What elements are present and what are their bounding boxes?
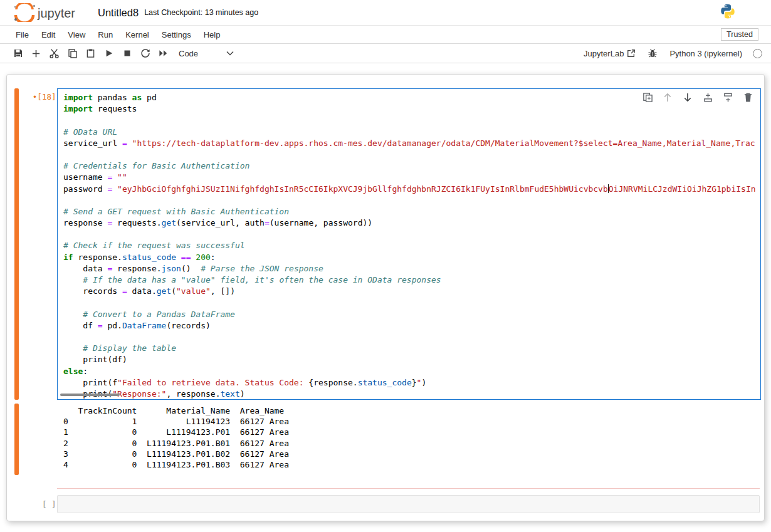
debugger-button[interactable] xyxy=(646,44,659,62)
notebook-area: •[18]: import pandas as pdimport request… xyxy=(0,63,771,532)
external-link-icon xyxy=(627,49,636,58)
output-text: TrackInCount Material_Name Area_Name 0 1… xyxy=(63,405,289,470)
menu-run[interactable]: Run xyxy=(92,28,119,42)
menu-file[interactable]: File xyxy=(9,28,35,42)
duplicate-cell-button[interactable] xyxy=(642,91,653,103)
move-up-button[interactable] xyxy=(662,91,673,103)
checkpoint-text: Last Checkpoint: 13 minutes ago xyxy=(144,8,258,17)
menu-kernel[interactable]: Kernel xyxy=(119,28,155,42)
empty-cell-prompt: [ ]: xyxy=(22,499,61,509)
menu-help[interactable]: Help xyxy=(197,28,227,42)
code-cell-editor[interactable]: import pandas as pdimport requests # ODa… xyxy=(57,88,761,400)
interrupt-button[interactable] xyxy=(118,44,136,62)
move-down-icon xyxy=(683,92,693,103)
cell-toolbar xyxy=(642,91,753,103)
execution-prompt: •[18]: xyxy=(22,92,61,102)
kernel-status-icon xyxy=(753,49,762,58)
menu-bar: File Edit View Run Kernel Settings Help … xyxy=(0,26,771,44)
run-icon xyxy=(105,49,113,58)
kernel-name[interactable]: Python 3 (ipykernel) xyxy=(669,49,742,58)
notebook-panel: •[18]: import pandas as pdimport request… xyxy=(6,74,765,521)
restart-icon xyxy=(140,48,150,58)
output-collapser[interactable] xyxy=(14,404,19,475)
menu-edit[interactable]: Edit xyxy=(35,28,61,42)
delete-icon xyxy=(743,92,753,103)
menu-settings[interactable]: Settings xyxy=(155,28,197,42)
header: jupyter Untitled8 Last Checkpoint: 13 mi… xyxy=(0,0,771,26)
insert-cell-below-button[interactable] xyxy=(722,91,733,103)
toolbar: Code JupyterLab Python 3 (ipykernel) xyxy=(0,44,771,63)
copy-button[interactable] xyxy=(63,44,81,62)
restart-run-all-button[interactable] xyxy=(154,44,172,62)
add-cell-icon xyxy=(31,49,41,58)
restart-button[interactable] xyxy=(136,44,154,62)
restart-run-all-icon xyxy=(158,49,169,58)
bug-icon xyxy=(648,48,658,58)
cut-icon xyxy=(49,48,60,59)
empty-cell-editor[interactable] xyxy=(57,495,760,513)
code-lines: import pandas as pdimport requests # ODa… xyxy=(58,89,760,400)
editor-hscrollbar[interactable] xyxy=(60,394,120,396)
insert-cell-above-button[interactable] xyxy=(702,91,713,103)
paste-button[interactable] xyxy=(81,44,100,62)
duplicate-cell-icon xyxy=(642,92,653,103)
cell-type-value: Code xyxy=(179,49,198,58)
add-cell-button[interactable] xyxy=(27,44,45,62)
save-icon xyxy=(13,48,23,58)
paste-icon xyxy=(86,48,95,58)
jupyterlab-label: JupyterLab xyxy=(584,49,624,58)
delete-cell-button[interactable] xyxy=(742,91,753,103)
run-button[interactable] xyxy=(100,44,118,62)
move-up-icon xyxy=(663,92,673,103)
save-button[interactable] xyxy=(9,44,27,62)
notebook-title[interactable]: Untitled8 xyxy=(98,7,139,19)
python-logo-icon xyxy=(720,3,736,19)
interrupt-icon xyxy=(123,50,131,57)
insert-above-icon xyxy=(703,92,713,103)
input-collapser[interactable] xyxy=(14,88,19,400)
jupyter-logo[interactable]: jupyter xyxy=(11,3,81,22)
chevron-down-icon xyxy=(226,51,234,56)
trusted-button[interactable]: Trusted xyxy=(721,28,758,41)
jupyter-logo-text: jupyter xyxy=(37,6,75,20)
cut-button[interactable] xyxy=(45,44,63,62)
copy-icon xyxy=(68,48,78,58)
open-in-jupyterlab-link[interactable]: JupyterLab xyxy=(584,49,636,58)
move-down-button[interactable] xyxy=(682,91,693,103)
cell-type-select[interactable]: Code xyxy=(179,49,234,58)
menu-view[interactable]: View xyxy=(61,28,92,42)
insert-below-icon xyxy=(723,92,733,103)
cell-separator-line xyxy=(57,488,760,489)
